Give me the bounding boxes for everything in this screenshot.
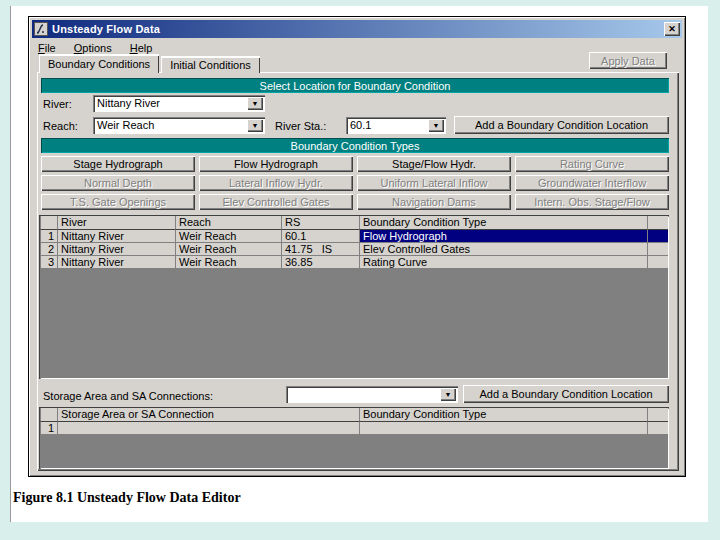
chevron-down-icon[interactable]: ▼ — [440, 388, 456, 401]
chevron-down-icon[interactable]: ▼ — [247, 119, 263, 132]
cell-overflow — [648, 230, 668, 243]
tab-boundary-conditions[interactable]: Boundary Conditions — [39, 54, 159, 73]
col-bc-type: Boundary Condition Type — [360, 408, 648, 422]
cell-reach[interactable]: Weir Reach — [176, 230, 282, 243]
table-row[interactable]: 1 — [40, 422, 668, 435]
bc-types-header: Boundary Condition Types — [41, 138, 669, 153]
river-label: River: — [43, 98, 72, 110]
col-num — [40, 216, 58, 230]
uniform-lateral-inflow-button[interactable]: Uniform Lateral Inflow — [357, 175, 511, 191]
table-header-row: River Reach RS Boundary Condition Type — [40, 216, 668, 230]
col-rs: RS — [282, 216, 360, 230]
row-number: 2 — [40, 243, 58, 256]
close-icon[interactable]: ✕ — [664, 22, 680, 36]
select-location-header: Select Location for Boundary Condition — [41, 78, 669, 93]
cell-overflow — [648, 422, 668, 435]
window-title: Unsteady Flow Data — [52, 23, 664, 35]
groundwater-interflow-button[interactable]: Groundwater Interflow — [515, 175, 669, 191]
storage-area-table: Storage Area or SA Connection Boundary C… — [39, 407, 669, 469]
add-sa-boundary-condition-location-button[interactable]: Add a Boundary Condition Location — [463, 385, 669, 403]
cell-bc-type-selected[interactable]: Flow Hydrograph — [360, 230, 648, 243]
reach-label: Reach: — [43, 120, 78, 132]
cell-storage-area[interactable] — [58, 422, 360, 435]
stage-hydrograph-button[interactable]: Stage Hydrograph — [41, 156, 195, 172]
title-bar[interactable]: Unsteady Flow Data ✕ — [32, 20, 682, 38]
intern-obs-stage-flow-button[interactable]: Intern. Obs. Stage/Flow — [515, 194, 669, 210]
cell-rs[interactable]: 36.85 — [282, 256, 360, 269]
boundary-condition-table: River Reach RS Boundary Condition Type 1… — [39, 215, 669, 379]
cell-rs[interactable]: 41.75 IS — [282, 243, 360, 256]
navigation-dams-button[interactable]: Navigation Dams — [357, 194, 511, 210]
col-num — [40, 408, 58, 422]
river-sta-label: River Sta.: — [275, 120, 326, 132]
col-overflow — [648, 408, 668, 422]
add-boundary-condition-location-button[interactable]: Add a Boundary Condition Location — [454, 116, 669, 134]
flow-hydrograph-button[interactable]: Flow Hydrograph — [199, 156, 353, 172]
cell-overflow — [648, 243, 668, 256]
col-reach: Reach — [176, 216, 282, 230]
cell-river[interactable]: Nittany River — [58, 256, 176, 269]
row-number: 1 — [40, 422, 58, 435]
reach-select-value: Weir Reach — [93, 117, 247, 134]
cell-overflow — [648, 256, 668, 269]
river-select[interactable]: Nittany River ▼ — [93, 95, 265, 112]
elev-controlled-gates-button[interactable]: Elev Controlled Gates — [199, 194, 353, 210]
figure-caption: Figure 8.1 Unsteady Flow Data Editor — [13, 490, 241, 506]
row-number: 1 — [40, 230, 58, 243]
col-bc-type: Boundary Condition Type — [360, 216, 648, 230]
cell-bc-type[interactable] — [360, 422, 648, 435]
chevron-down-icon[interactable]: ▼ — [247, 97, 263, 110]
cell-bc-type[interactable]: Rating Curve — [360, 256, 648, 269]
menu-file[interactable]: File — [38, 42, 56, 54]
river-select-value: Nittany River — [93, 95, 247, 112]
apply-data-button[interactable]: Apply Data — [589, 52, 667, 69]
tab-initial-conditions[interactable]: Initial Conditions — [161, 56, 260, 73]
cell-bc-type[interactable]: Elev Controlled Gates — [360, 243, 648, 256]
reach-select[interactable]: Weir Reach ▼ — [93, 117, 265, 134]
stage-flow-hydr-button[interactable]: Stage/Flow Hydr. — [357, 156, 511, 172]
unsteady-flow-data-window: Unsteady Flow Data ✕ File Options Help A… — [28, 16, 686, 477]
col-river: River — [58, 216, 176, 230]
menu-options[interactable]: Options — [74, 42, 112, 54]
lateral-inflow-hydr-button[interactable]: Lateral Inflow Hydr. — [199, 175, 353, 191]
river-sta-select-value: 60.1 — [346, 117, 428, 134]
storage-area-label: Storage Area and SA Connections: — [43, 390, 213, 402]
tab-strip: Boundary Conditions Initial Conditions — [39, 54, 260, 73]
col-overflow — [648, 216, 668, 230]
cell-reach[interactable]: Weir Reach — [176, 243, 282, 256]
ts-gate-openings-button[interactable]: T.S. Gate Openings — [41, 194, 195, 210]
cell-river[interactable]: Nittany River — [58, 243, 176, 256]
rating-curve-button[interactable]: Rating Curve — [515, 156, 669, 172]
storage-area-select[interactable]: ▼ — [286, 386, 458, 403]
chevron-down-icon[interactable]: ▼ — [428, 119, 444, 132]
cell-rs[interactable]: 60.1 — [282, 230, 360, 243]
cell-river[interactable]: Nittany River — [58, 230, 176, 243]
row-number: 3 — [40, 256, 58, 269]
normal-depth-button[interactable]: Normal Depth — [41, 175, 195, 191]
menu-help[interactable]: Help — [130, 42, 153, 54]
table-header-row: Storage Area or SA Connection Boundary C… — [40, 408, 668, 422]
river-sta-select[interactable]: 60.1 ▼ — [346, 117, 446, 134]
table-row[interactable]: 3 Nittany River Weir Reach 36.85 Rating … — [40, 256, 668, 269]
app-icon — [34, 22, 48, 36]
cell-reach[interactable]: Weir Reach — [176, 256, 282, 269]
table-row[interactable]: 1 Nittany River Weir Reach 60.1 Flow Hyd… — [40, 230, 668, 243]
storage-area-select-value — [286, 386, 440, 403]
col-storage-area: Storage Area or SA Connection — [58, 408, 360, 422]
table-row[interactable]: 2 Nittany River Weir Reach 41.75 IS Elev… — [40, 243, 668, 256]
